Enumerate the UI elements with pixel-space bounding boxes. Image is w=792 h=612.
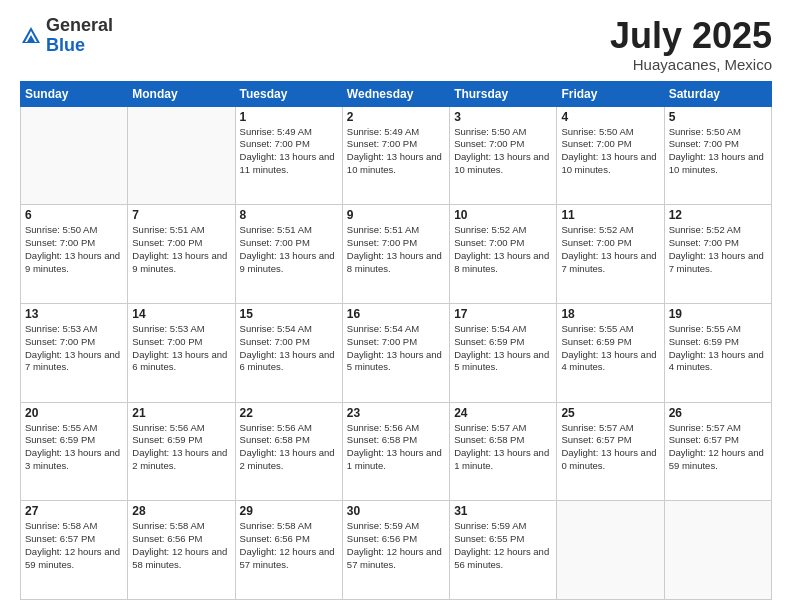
day-number: 1 <box>240 110 338 124</box>
calendar-cell: 23Sunrise: 5:56 AM Sunset: 6:58 PM Dayli… <box>342 402 449 501</box>
calendar-week-3: 13Sunrise: 5:53 AM Sunset: 7:00 PM Dayli… <box>21 303 772 402</box>
day-number: 18 <box>561 307 659 321</box>
col-tuesday: Tuesday <box>235 81 342 106</box>
calendar-cell: 4Sunrise: 5:50 AM Sunset: 7:00 PM Daylig… <box>557 106 664 205</box>
logo-general: General <box>46 15 113 35</box>
day-number: 4 <box>561 110 659 124</box>
calendar-week-4: 20Sunrise: 5:55 AM Sunset: 6:59 PM Dayli… <box>21 402 772 501</box>
calendar-cell: 7Sunrise: 5:51 AM Sunset: 7:00 PM Daylig… <box>128 205 235 304</box>
calendar-cell <box>557 501 664 600</box>
calendar-cell: 24Sunrise: 5:57 AM Sunset: 6:58 PM Dayli… <box>450 402 557 501</box>
logo-text: General Blue <box>46 16 113 56</box>
calendar-week-2: 6Sunrise: 5:50 AM Sunset: 7:00 PM Daylig… <box>21 205 772 304</box>
header: General Blue July 2025 Huayacanes, Mexic… <box>20 16 772 73</box>
day-info: Sunrise: 5:50 AM Sunset: 7:00 PM Dayligh… <box>669 126 767 177</box>
logo-blue: Blue <box>46 35 85 55</box>
calendar-cell: 29Sunrise: 5:58 AM Sunset: 6:56 PM Dayli… <box>235 501 342 600</box>
calendar-cell: 27Sunrise: 5:58 AM Sunset: 6:57 PM Dayli… <box>21 501 128 600</box>
day-number: 23 <box>347 406 445 420</box>
calendar-cell: 30Sunrise: 5:59 AM Sunset: 6:56 PM Dayli… <box>342 501 449 600</box>
calendar-cell: 10Sunrise: 5:52 AM Sunset: 7:00 PM Dayli… <box>450 205 557 304</box>
calendar-cell: 8Sunrise: 5:51 AM Sunset: 7:00 PM Daylig… <box>235 205 342 304</box>
day-info: Sunrise: 5:58 AM Sunset: 6:56 PM Dayligh… <box>240 520 338 571</box>
day-info: Sunrise: 5:58 AM Sunset: 6:57 PM Dayligh… <box>25 520 123 571</box>
logo: General Blue <box>20 16 113 56</box>
day-info: Sunrise: 5:59 AM Sunset: 6:55 PM Dayligh… <box>454 520 552 571</box>
calendar-cell: 18Sunrise: 5:55 AM Sunset: 6:59 PM Dayli… <box>557 303 664 402</box>
day-info: Sunrise: 5:55 AM Sunset: 6:59 PM Dayligh… <box>669 323 767 374</box>
calendar-cell <box>21 106 128 205</box>
logo-icon <box>20 25 42 47</box>
day-info: Sunrise: 5:57 AM Sunset: 6:57 PM Dayligh… <box>561 422 659 473</box>
month-title: July 2025 <box>610 16 772 56</box>
col-monday: Monday <box>128 81 235 106</box>
day-number: 22 <box>240 406 338 420</box>
day-number: 26 <box>669 406 767 420</box>
calendar-cell <box>664 501 771 600</box>
calendar-cell: 13Sunrise: 5:53 AM Sunset: 7:00 PM Dayli… <box>21 303 128 402</box>
col-wednesday: Wednesday <box>342 81 449 106</box>
day-number: 28 <box>132 504 230 518</box>
calendar-header-row: Sunday Monday Tuesday Wednesday Thursday… <box>21 81 772 106</box>
day-info: Sunrise: 5:51 AM Sunset: 7:00 PM Dayligh… <box>347 224 445 275</box>
day-number: 25 <box>561 406 659 420</box>
day-number: 12 <box>669 208 767 222</box>
calendar-cell: 15Sunrise: 5:54 AM Sunset: 7:00 PM Dayli… <box>235 303 342 402</box>
day-info: Sunrise: 5:59 AM Sunset: 6:56 PM Dayligh… <box>347 520 445 571</box>
day-number: 30 <box>347 504 445 518</box>
calendar-cell: 19Sunrise: 5:55 AM Sunset: 6:59 PM Dayli… <box>664 303 771 402</box>
calendar-cell: 20Sunrise: 5:55 AM Sunset: 6:59 PM Dayli… <box>21 402 128 501</box>
day-number: 21 <box>132 406 230 420</box>
page: General Blue July 2025 Huayacanes, Mexic… <box>0 0 792 612</box>
calendar-cell: 26Sunrise: 5:57 AM Sunset: 6:57 PM Dayli… <box>664 402 771 501</box>
day-number: 31 <box>454 504 552 518</box>
day-number: 6 <box>25 208 123 222</box>
day-info: Sunrise: 5:55 AM Sunset: 6:59 PM Dayligh… <box>561 323 659 374</box>
day-number: 15 <box>240 307 338 321</box>
day-number: 17 <box>454 307 552 321</box>
day-info: Sunrise: 5:53 AM Sunset: 7:00 PM Dayligh… <box>25 323 123 374</box>
day-number: 29 <box>240 504 338 518</box>
day-number: 13 <box>25 307 123 321</box>
title-block: July 2025 Huayacanes, Mexico <box>610 16 772 73</box>
day-number: 10 <box>454 208 552 222</box>
calendar-cell: 12Sunrise: 5:52 AM Sunset: 7:00 PM Dayli… <box>664 205 771 304</box>
day-info: Sunrise: 5:54 AM Sunset: 6:59 PM Dayligh… <box>454 323 552 374</box>
calendar-week-5: 27Sunrise: 5:58 AM Sunset: 6:57 PM Dayli… <box>21 501 772 600</box>
calendar-cell: 25Sunrise: 5:57 AM Sunset: 6:57 PM Dayli… <box>557 402 664 501</box>
day-number: 20 <box>25 406 123 420</box>
day-info: Sunrise: 5:54 AM Sunset: 7:00 PM Dayligh… <box>240 323 338 374</box>
calendar-week-1: 1Sunrise: 5:49 AM Sunset: 7:00 PM Daylig… <box>21 106 772 205</box>
day-info: Sunrise: 5:57 AM Sunset: 6:57 PM Dayligh… <box>669 422 767 473</box>
day-info: Sunrise: 5:52 AM Sunset: 7:00 PM Dayligh… <box>669 224 767 275</box>
day-info: Sunrise: 5:57 AM Sunset: 6:58 PM Dayligh… <box>454 422 552 473</box>
day-info: Sunrise: 5:49 AM Sunset: 7:00 PM Dayligh… <box>240 126 338 177</box>
calendar-cell: 16Sunrise: 5:54 AM Sunset: 7:00 PM Dayli… <box>342 303 449 402</box>
calendar-cell: 31Sunrise: 5:59 AM Sunset: 6:55 PM Dayli… <box>450 501 557 600</box>
day-info: Sunrise: 5:58 AM Sunset: 6:56 PM Dayligh… <box>132 520 230 571</box>
day-number: 7 <box>132 208 230 222</box>
day-number: 14 <box>132 307 230 321</box>
day-info: Sunrise: 5:50 AM Sunset: 7:00 PM Dayligh… <box>454 126 552 177</box>
day-info: Sunrise: 5:52 AM Sunset: 7:00 PM Dayligh… <box>454 224 552 275</box>
location: Huayacanes, Mexico <box>610 56 772 73</box>
col-friday: Friday <box>557 81 664 106</box>
day-number: 9 <box>347 208 445 222</box>
day-info: Sunrise: 5:53 AM Sunset: 7:00 PM Dayligh… <box>132 323 230 374</box>
calendar-cell: 1Sunrise: 5:49 AM Sunset: 7:00 PM Daylig… <box>235 106 342 205</box>
day-number: 24 <box>454 406 552 420</box>
calendar-cell: 5Sunrise: 5:50 AM Sunset: 7:00 PM Daylig… <box>664 106 771 205</box>
calendar-cell <box>128 106 235 205</box>
day-info: Sunrise: 5:56 AM Sunset: 6:59 PM Dayligh… <box>132 422 230 473</box>
day-number: 5 <box>669 110 767 124</box>
calendar-cell: 17Sunrise: 5:54 AM Sunset: 6:59 PM Dayli… <box>450 303 557 402</box>
day-number: 11 <box>561 208 659 222</box>
calendar-cell: 2Sunrise: 5:49 AM Sunset: 7:00 PM Daylig… <box>342 106 449 205</box>
col-thursday: Thursday <box>450 81 557 106</box>
day-info: Sunrise: 5:56 AM Sunset: 6:58 PM Dayligh… <box>240 422 338 473</box>
day-info: Sunrise: 5:50 AM Sunset: 7:00 PM Dayligh… <box>25 224 123 275</box>
col-sunday: Sunday <box>21 81 128 106</box>
calendar-cell: 11Sunrise: 5:52 AM Sunset: 7:00 PM Dayli… <box>557 205 664 304</box>
day-info: Sunrise: 5:55 AM Sunset: 6:59 PM Dayligh… <box>25 422 123 473</box>
day-number: 8 <box>240 208 338 222</box>
